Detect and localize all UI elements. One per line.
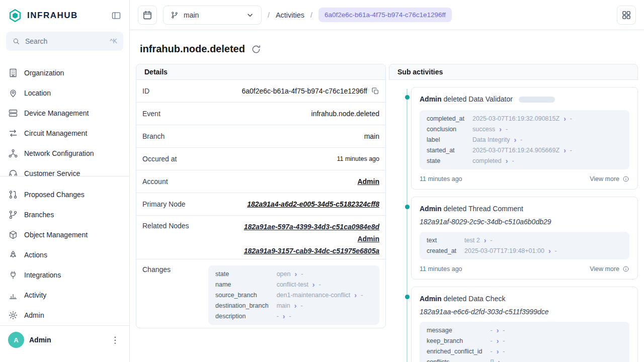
detail-value-occured-at: 11 minutes ago <box>337 155 379 162</box>
sidebar-item-device-management[interactable]: Device Management <box>0 103 129 123</box>
building-icon <box>8 68 18 78</box>
sidebar-item-proposed-changes[interactable]: Proposed Changes <box>0 185 129 205</box>
related-node-link[interactable]: Admin <box>357 234 379 244</box>
loading-skeleton <box>519 97 555 103</box>
breadcrumb-activities[interactable]: Activities <box>276 11 304 19</box>
time-travel-button[interactable] <box>138 6 157 25</box>
chevron-right-icon[interactable]: › <box>514 136 516 143</box>
prop-from: [] <box>491 358 494 362</box>
sidebar-item-label: Activity <box>24 291 46 299</box>
props-box: message -›- keep_branch -›- enriched_con… <box>420 322 629 362</box>
breadcrumb-activity-id[interactable]: 6a0f2e6c-b61a-4f75-b974-c76c1e1296ff <box>318 8 452 22</box>
prop-to: - <box>570 115 572 122</box>
prop-from: 2025-03-07T17:19:48+01:00 <box>464 247 544 254</box>
props-box: completed_at 2025-03-07T16:19:32.090815Z… <box>420 110 629 169</box>
change-from: main <box>277 302 290 309</box>
branch-selector[interactable]: main <box>163 6 262 25</box>
change-key: state <box>215 270 269 278</box>
server-icon <box>8 108 18 118</box>
related-node-link[interactable]: 182a91ae-597a-4399-34d3-c51ca0984e8d <box>244 222 379 232</box>
view-more-button[interactable]: View more <box>590 175 629 183</box>
info-icon <box>622 265 629 273</box>
sidebar-item-network-configuration[interactable]: Network Configuration <box>0 143 129 163</box>
change-from: open <box>277 270 291 278</box>
detail-label: ID <box>142 87 149 95</box>
sidebar-item-customer-service[interactable]: Customer Service <box>0 163 129 176</box>
sidebar-item-label: Circuit Management <box>24 129 87 137</box>
sidebar-item-integrations[interactable]: Integrations <box>0 265 129 285</box>
detail-label: Changes <box>142 265 171 274</box>
page-title: infrahub.node.deleted <box>140 43 245 55</box>
app: INFRAHUB Search ^K Organization Location… <box>0 0 644 362</box>
refresh-button[interactable] <box>251 44 261 54</box>
change-to: - <box>301 270 303 278</box>
view-more-button[interactable]: View more <box>590 265 629 273</box>
copy-id-button[interactable] <box>371 87 379 95</box>
sub-activities-timeline: Admin deleted Data Validator completed_a… <box>389 87 638 362</box>
prop-to: - <box>503 348 505 355</box>
chevron-right-icon[interactable]: › <box>283 313 285 320</box>
user-menu-button[interactable]: ⋮ <box>109 335 121 345</box>
branch-name: main <box>184 11 199 19</box>
arrows-exchange-icon <box>8 128 18 138</box>
sidebar-group-app: Proposed Changes Branches Object Managem… <box>0 183 129 325</box>
chevron-right-icon[interactable]: › <box>294 270 297 278</box>
chevron-right-icon[interactable]: › <box>497 348 499 355</box>
rocket-icon <box>8 250 18 260</box>
sub-activity-time: 11 minutes ago <box>420 175 462 183</box>
chevron-right-icon[interactable]: › <box>497 337 499 344</box>
detail-row-event: Event infrahub.node.deleted <box>136 103 385 125</box>
breadcrumb-separator: / <box>310 11 312 19</box>
sidebar-group-schema: Organization Location Device Management … <box>0 61 129 176</box>
change-to: - <box>361 292 363 299</box>
related-node-link[interactable]: 182a91a9-3157-cab9-34dc-c51975e6805a <box>244 246 379 256</box>
primary-node-link[interactable]: 182a91a4-a6d2-e005-34d5-c5182324cff8 <box>247 200 379 208</box>
detail-value-id: 6a0f2e6c-b61a-4f75-b974-c76c1e1296ff <box>242 87 367 95</box>
prop-from: 2025-03-07T16:19:24.905669Z <box>472 147 559 154</box>
sidebar-item-organization[interactable]: Organization <box>0 63 129 83</box>
sidebar-item-activity[interactable]: Activity <box>0 285 129 305</box>
chevron-right-icon[interactable]: › <box>312 281 315 288</box>
map-pin-icon <box>8 88 18 98</box>
topbar: main / Activities / 6a0f2e6c-b61a-4f75-b… <box>130 0 644 30</box>
search-shortcut: ^K <box>110 37 117 45</box>
sidebar-item-object-management[interactable]: Object Management <box>0 225 129 245</box>
chevron-right-icon[interactable]: › <box>564 115 566 122</box>
sidebar-item-location[interactable]: Location <box>0 83 129 103</box>
sidebar-item-label: Proposed Changes <box>24 191 85 199</box>
chevron-right-icon[interactable]: › <box>497 327 499 334</box>
chevron-right-icon[interactable]: › <box>564 147 566 154</box>
details-card: Details ID 6a0f2e6c-b61a-4f75-b974-c76c1… <box>136 64 386 328</box>
sub-activity-node-id: 182a91af-8029-2c9c-34db-c510a6b0db29 <box>420 218 629 226</box>
chevron-right-icon[interactable]: › <box>484 237 487 244</box>
sidebar-item-actions[interactable]: Actions <box>0 245 129 265</box>
sub-activities-header: Sub activities <box>389 64 638 80</box>
sidebar-item-circuit-management[interactable]: Circuit Management <box>0 123 129 143</box>
sidebar-item-label: Admin <box>24 311 44 319</box>
account-link[interactable]: Admin <box>357 177 379 186</box>
prop-from: 2025-03-07T16:19:32.090815Z <box>472 115 559 122</box>
sub-activity-node-id: 182a91aa-e6c6-d2fd-303d-c511f3999dce <box>420 308 629 316</box>
sidebar-item-label: Device Management <box>24 109 89 117</box>
chevron-right-icon[interactable]: › <box>506 157 508 164</box>
sidebar-item-branches[interactable]: Branches <box>0 205 129 225</box>
chevron-right-icon[interactable]: › <box>354 292 357 299</box>
detail-row-occured-at: Occured at 11 minutes ago <box>136 148 385 170</box>
apps-button[interactable] <box>617 6 636 25</box>
prop-from: - <box>491 327 493 334</box>
prop-key: keep_branch <box>427 337 482 344</box>
title-row: infrahub.node.deleted <box>136 30 638 64</box>
chevron-right-icon[interactable]: › <box>294 302 297 309</box>
search-input[interactable]: Search ^K <box>6 32 123 50</box>
sub-activity-title: Admin deleted Data Check <box>420 294 629 304</box>
prop-key: label <box>427 136 464 143</box>
chevron-right-icon[interactable]: › <box>498 358 500 362</box>
detail-row-branch: Branch main <box>136 125 385 148</box>
chevron-right-icon[interactable]: › <box>499 126 502 133</box>
sidebar-item-admin[interactable]: Admin <box>0 305 129 325</box>
prop-from: Data Integrity <box>472 136 510 143</box>
bar-chart-icon <box>8 290 18 300</box>
chevron-right-icon[interactable]: › <box>548 247 551 254</box>
network-icon <box>8 148 18 158</box>
collapse-sidebar-button[interactable] <box>111 11 121 21</box>
